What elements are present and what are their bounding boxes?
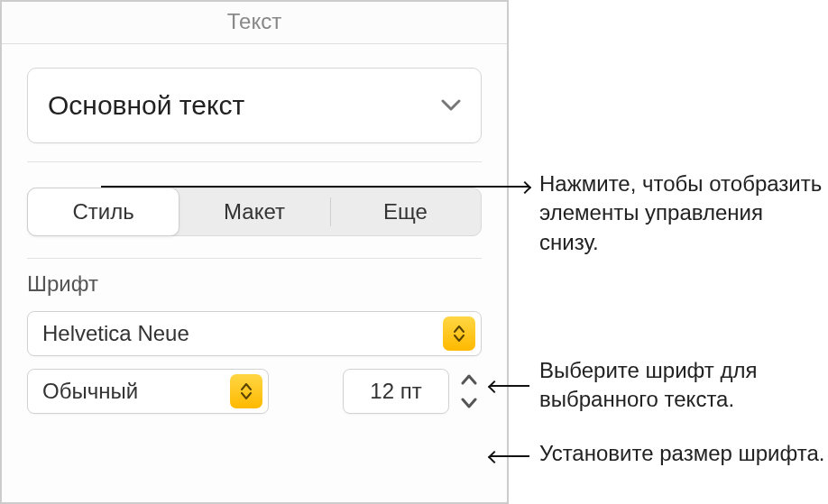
callout-tabs: Нажмите, чтобы отобразить элементы управ… bbox=[539, 170, 828, 257]
tab-layout[interactable]: Макет bbox=[179, 188, 329, 235]
font-weight-size-row: Обычный 12 пт bbox=[2, 365, 507, 423]
segmented-row: Стиль Макет Еще bbox=[2, 162, 507, 258]
font-section-heading: Шрифт bbox=[2, 259, 507, 307]
tab-more[interactable]: Еще bbox=[330, 188, 481, 235]
stepper-down-button[interactable] bbox=[456, 393, 482, 413]
callout-connector bbox=[490, 455, 529, 457]
callout-connector bbox=[490, 385, 529, 387]
font-weight-popup[interactable]: Обычный bbox=[27, 369, 269, 414]
callout-font-size: Установите размер шрифта. bbox=[539, 439, 828, 468]
font-size-field[interactable]: 12 пт bbox=[343, 369, 449, 414]
text-inspector-panel: Текст Основной текст Стиль Макет Еще Шри… bbox=[0, 0, 509, 504]
font-size-group: 12 пт bbox=[343, 369, 482, 414]
updown-arrows-icon bbox=[443, 316, 475, 351]
paragraph-style-row: Основной текст bbox=[2, 44, 507, 161]
text-tabs: Стиль Макет Еще bbox=[27, 188, 482, 236]
paragraph-style-popup[interactable]: Основной текст bbox=[27, 68, 482, 143]
updown-arrows-icon bbox=[230, 374, 262, 408]
font-size-value: 12 пт bbox=[370, 379, 421, 404]
font-family-label: Helvetica Neue bbox=[28, 321, 443, 346]
tab-layout-label: Макет bbox=[224, 199, 285, 225]
paragraph-style-label: Основной текст bbox=[48, 90, 244, 121]
font-family-popup[interactable]: Helvetica Neue bbox=[27, 311, 482, 356]
chevron-down-icon bbox=[441, 99, 461, 112]
tab-more-label: Еще bbox=[383, 199, 428, 225]
font-family-row: Helvetica Neue bbox=[2, 307, 507, 365]
callout-font-family: Выберите шрифт для выбранного текста. bbox=[539, 356, 828, 415]
tab-style-label: Стиль bbox=[73, 199, 134, 225]
tab-style[interactable]: Стиль bbox=[27, 188, 179, 236]
stepper-up-button[interactable] bbox=[456, 370, 482, 389]
panel-title: Текст bbox=[2, 2, 507, 44]
font-size-stepper bbox=[456, 370, 482, 413]
font-weight-label: Обычный bbox=[28, 379, 230, 404]
